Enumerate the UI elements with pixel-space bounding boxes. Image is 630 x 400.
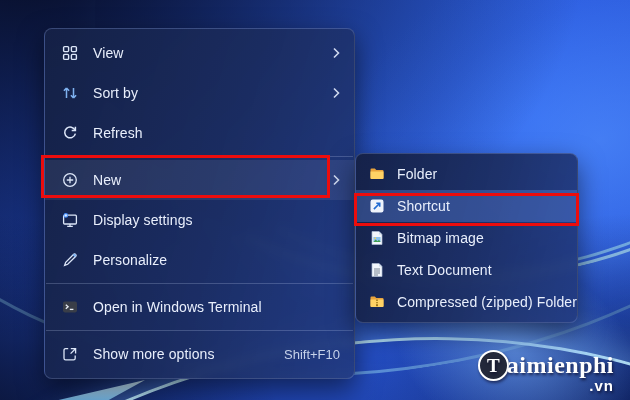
menu-item-open-windows-terminal[interactable]: Open in Windows Terminal [45, 287, 354, 327]
bitmap-image-icon [369, 230, 385, 246]
menu-separator [46, 283, 353, 284]
chevron-right-icon [332, 87, 340, 99]
submenu-item-folder[interactable]: Folder [356, 158, 577, 190]
sort-arrows-icon [61, 84, 79, 102]
submenu-item-label: Bitmap image [397, 230, 565, 246]
submenu-item-zipped-folder[interactable]: Compressed (zipped) Folder [356, 286, 577, 318]
chevron-right-icon [332, 174, 340, 186]
display-settings-icon [61, 211, 79, 229]
menu-separator [46, 330, 353, 331]
menu-item-label: New [93, 172, 332, 188]
chevron-right-icon [332, 47, 340, 59]
menu-item-new[interactable]: New [45, 160, 354, 200]
menu-item-label: Display settings [93, 212, 340, 228]
new-submenu: Folder Shortcut Bitmap image [355, 153, 578, 323]
shortcut-icon [369, 198, 385, 214]
submenu-item-label: Compressed (zipped) Folder [397, 294, 577, 310]
menu-item-label: Sort by [93, 85, 332, 101]
menu-item-display-settings[interactable]: Display settings [45, 200, 354, 240]
menu-item-label: Show more options [93, 346, 274, 362]
watermark-logo: T [478, 350, 509, 381]
folder-icon [369, 166, 385, 182]
menu-item-sort-by[interactable]: Sort by [45, 73, 354, 113]
menu-item-refresh[interactable]: Refresh [45, 113, 354, 153]
grid-view-icon [61, 44, 79, 62]
menu-item-view[interactable]: View [45, 33, 354, 73]
show-more-icon [61, 345, 79, 363]
submenu-item-label: Shortcut [397, 198, 565, 214]
menu-item-personalize[interactable]: Personalize [45, 240, 354, 280]
zipped-folder-icon [369, 294, 385, 310]
menu-separator [46, 156, 353, 157]
submenu-item-shortcut[interactable]: Shortcut [356, 190, 577, 222]
text-document-icon [369, 262, 385, 278]
submenu-item-text-document[interactable]: Text Document [356, 254, 577, 286]
keyboard-shortcut: Shift+F10 [284, 347, 340, 362]
watermark-brand: aimienphi [507, 352, 614, 379]
terminal-icon [61, 298, 79, 316]
submenu-item-label: Folder [397, 166, 565, 182]
new-plus-icon [61, 171, 79, 189]
menu-item-label: Personalize [93, 252, 340, 268]
menu-item-label: Refresh [93, 125, 340, 141]
submenu-item-bitmap-image[interactable]: Bitmap image [356, 222, 577, 254]
watermark: T aimienphi .vn [478, 350, 614, 394]
refresh-icon [61, 124, 79, 142]
menu-item-label: Open in Windows Terminal [93, 299, 340, 315]
menu-item-label: View [93, 45, 332, 61]
desktop-context-menu: View Sort by Refresh [44, 28, 355, 379]
submenu-item-label: Text Document [397, 262, 565, 278]
desktop: View Sort by Refresh [0, 0, 630, 400]
menu-item-show-more-options[interactable]: Show more options Shift+F10 [45, 334, 354, 374]
personalize-brush-icon [61, 251, 79, 269]
